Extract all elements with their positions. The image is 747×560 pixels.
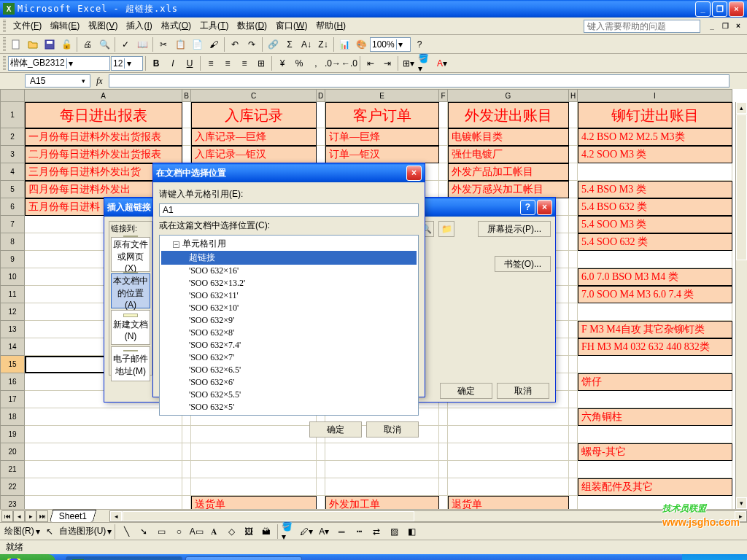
cell[interactable] <box>569 268 578 286</box>
cell[interactable]: 4.2 BSO M2 M2.5 M3类 <box>578 128 732 146</box>
picture-button[interactable]: 🏔 <box>258 524 274 540</box>
system-tray[interactable]: 🔊 🛡 10:01 <box>682 554 747 560</box>
cell[interactable] <box>569 443 578 461</box>
cell[interactable] <box>182 102 191 128</box>
cell[interactable] <box>569 426 578 443</box>
cell[interactable] <box>569 128 578 146</box>
cell[interactable] <box>448 478 569 496</box>
cut-button[interactable]: ✂ <box>155 36 171 52</box>
ok-button[interactable]: 确定 <box>440 383 492 399</box>
cell[interactable] <box>439 408 448 426</box>
cell[interactable] <box>325 478 439 496</box>
line-style-button[interactable]: ═ <box>333 524 349 540</box>
cell[interactable] <box>569 408 578 426</box>
cell[interactable]: 订单—钜汉 <box>325 146 439 163</box>
align-left-button[interactable]: ≡ <box>203 55 219 71</box>
tab-last-button[interactable]: ⏭ <box>36 510 48 522</box>
textbox-button[interactable]: A▭ <box>188 524 204 540</box>
row-header[interactable]: 9 <box>0 251 25 268</box>
italic-button[interactable]: I <box>165 55 181 71</box>
tree-item[interactable]: 'SOO 632×6' <box>161 376 417 389</box>
font-color-button[interactable]: A▾ <box>434 55 450 71</box>
cell[interactable] <box>317 146 325 163</box>
tree-item[interactable]: 'SOO 632×11' <box>161 289 417 302</box>
cell[interactable]: 二月份每日进料外发出货报表 <box>25 146 182 163</box>
line-color-button[interactable]: 🖊▾ <box>298 524 314 540</box>
scroll-thumb[interactable] <box>736 114 747 260</box>
sort-desc-button[interactable]: Z↓ <box>315 36 331 52</box>
column-header[interactable]: F <box>439 89 448 102</box>
cell[interactable] <box>569 216 578 233</box>
cell[interactable] <box>439 426 448 443</box>
cell[interactable] <box>439 443 448 461</box>
tab-next-button[interactable]: ▸ <box>25 510 36 522</box>
drawing-button[interactable]: 🎨 <box>353 36 369 52</box>
increase-indent-button[interactable]: ⇥ <box>379 55 395 71</box>
row-header[interactable]: 20 <box>0 443 25 461</box>
fill-color-button[interactable]: 🪣▾ <box>417 55 433 71</box>
cell[interactable] <box>325 461 439 478</box>
link-to-document-option[interactable]: 本文档中的位置(A) <box>111 273 150 308</box>
cell[interactable]: 入库记录—巨烽 <box>191 128 317 146</box>
draw-menu[interactable]: 绘图(R) <box>4 525 34 537</box>
vertical-scrollbar[interactable]: ▴ ▾ <box>735 102 747 509</box>
cell[interactable]: 强仕电镀厂 <box>448 146 569 163</box>
row-header[interactable]: 21 <box>0 461 25 478</box>
tree-item[interactable]: 'SOO 632×5' <box>161 401 417 413</box>
cell[interactable] <box>569 102 578 128</box>
cell[interactable]: 送货单 <box>191 496 317 509</box>
tree-item[interactable]: 'SOO 632×9' <box>161 314 417 327</box>
dash-style-button[interactable]: ┅ <box>351 524 367 540</box>
menu-item[interactable]: 窗口(W) <box>271 18 311 34</box>
cell[interactable] <box>569 251 578 268</box>
cell[interactable] <box>578 391 732 408</box>
column-header[interactable]: I <box>578 89 732 102</box>
column-header[interactable]: H <box>569 89 578 102</box>
cell[interactable] <box>578 163 732 181</box>
bold-button[interactable]: B <box>148 55 164 71</box>
formula-bar[interactable] <box>109 74 729 88</box>
cancel-button[interactable]: 取消 <box>366 421 419 438</box>
line-button[interactable]: ╲ <box>118 524 134 540</box>
cell[interactable] <box>578 251 732 268</box>
help-button[interactable]: ? <box>411 36 427 52</box>
tab-prev-button[interactable]: ◂ <box>13 510 25 522</box>
horizontal-scrollbar[interactable]: ◂ ▸ <box>109 510 747 522</box>
cell[interactable] <box>317 102 325 128</box>
tree-item[interactable]: 'SOO 632×6.5' <box>161 364 417 376</box>
screentip-button[interactable]: 屏幕提示(P)... <box>478 221 551 237</box>
cell[interactable]: 饼仔 <box>578 373 732 391</box>
tree-item[interactable]: 'SOO 632×16' <box>161 265 417 277</box>
cell[interactable]: 订单—巨烽 <box>325 128 439 146</box>
start-button[interactable]: 开始 <box>0 554 55 560</box>
cell[interactable] <box>439 496 448 509</box>
cell[interactable] <box>578 356 732 373</box>
arrow-style-button[interactable]: ⇄ <box>368 524 384 540</box>
open-button[interactable] <box>25 36 41 52</box>
column-header[interactable]: E <box>325 89 439 102</box>
cell[interactable] <box>569 233 578 251</box>
taskbar-item-excel[interactable]: Microsoft Excel ... <box>66 556 182 560</box>
cell[interactable] <box>448 408 569 426</box>
row-header[interactable]: 13 <box>0 321 25 338</box>
zoom-combo[interactable]: 100%▾ <box>370 37 411 52</box>
cell[interactable] <box>191 461 317 478</box>
menu-item[interactable]: 工具(T) <box>196 18 233 34</box>
menubar-handle[interactable] <box>3 20 6 33</box>
row-header[interactable]: 2 <box>0 128 25 146</box>
copy-button[interactable]: 📋 <box>172 36 188 52</box>
column-header[interactable]: B <box>182 89 191 102</box>
cell[interactable] <box>182 478 191 496</box>
link-to-email-option[interactable]: 电子邮件地址(M) <box>111 346 150 381</box>
tab-first-button[interactable]: ⏮ <box>1 510 13 522</box>
cell[interactable]: 5.4 SOO 632 类 <box>578 233 732 251</box>
cell[interactable] <box>569 198 578 216</box>
select-all-corner[interactable] <box>0 89 25 102</box>
decrease-indent-button[interactable]: ⇤ <box>363 55 379 71</box>
row-header[interactable]: 16 <box>0 373 25 391</box>
doc-restore-button[interactable]: ❐ <box>719 21 731 31</box>
cell[interactable]: 一月份每日进料外发出货报表 <box>25 128 182 146</box>
location-tree[interactable]: −单元格引用 超链接 'SOO 632×16''SOO 632×13.2''SO… <box>159 235 419 416</box>
column-header[interactable]: D <box>317 89 325 102</box>
cell[interactable]: 电镀帐目类 <box>448 128 569 146</box>
